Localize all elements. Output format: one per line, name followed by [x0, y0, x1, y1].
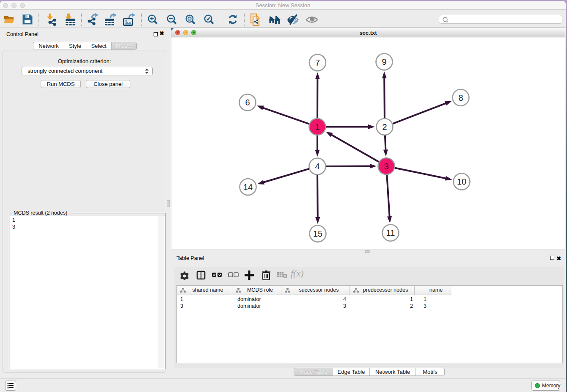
svg-text:7: 7: [315, 58, 320, 67]
svg-text:8: 8: [458, 93, 463, 102]
svg-text:6: 6: [245, 98, 250, 107]
svg-text:10: 10: [457, 177, 466, 186]
svg-text:14: 14: [243, 182, 253, 192]
svg-text:15: 15: [313, 229, 322, 238]
svg-text:3: 3: [384, 162, 388, 171]
svg-text:4: 4: [315, 162, 319, 171]
svg-text:9: 9: [382, 57, 386, 66]
svg-text:1: 1: [315, 122, 319, 132]
svg-text:2: 2: [382, 122, 387, 132]
svg-text:11: 11: [386, 228, 395, 237]
